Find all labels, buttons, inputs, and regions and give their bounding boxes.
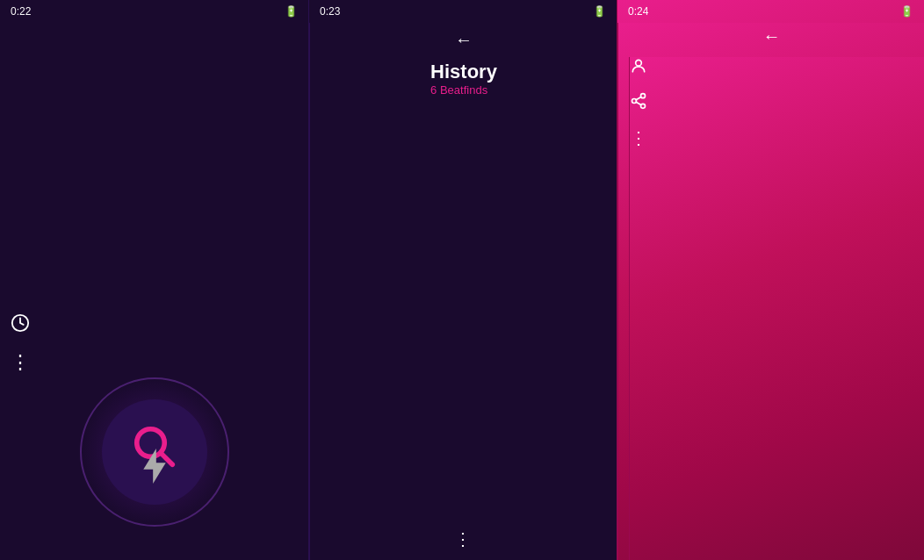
history-title: History [430,61,497,83]
svg-marker-3 [143,449,165,484]
status-bar-2: 0:23 🔋 [309,0,617,23]
now-playing-icons: ⋮ [629,57,924,560]
time-1: 0:22 [11,5,31,18]
battery-1: 🔋 [285,5,298,18]
history-icon[interactable] [11,313,298,337]
lightning-icon [142,449,167,490]
history-title-area: History 6 Beatfinds [430,61,497,518]
share-icon[interactable] [630,92,924,113]
status-bar-3: 0:24 🔋 [617,0,924,23]
battery-3: 🔋 [900,5,913,18]
person-icon[interactable] [630,57,924,78]
dots-menu-2[interactable]: ⋮ [454,528,473,549]
screen2: 0:23 🔋 ← History 6 Beatfinds ⋮ SOLODANCE… [308,0,617,560]
back-button-2[interactable]: ← [455,30,473,50]
time-3: 0:24 [628,5,648,18]
svg-line-14 [636,102,641,104]
battery-2: 🔋 [593,5,606,18]
screen3: 0:24 🔋 ← ⋮ Solo D [617,0,924,560]
dots-menu-1[interactable]: ⋮ [11,351,298,374]
dots-menu-3[interactable]: ⋮ [630,127,924,148]
now-playing-top-bar: ← ⋮ [617,23,924,560]
screen1: 0:22 🔋 ⋮ [0,0,308,560]
time-2: 0:23 [320,5,340,18]
svg-line-15 [636,97,641,99]
status-bar-1: 0:22 🔋 [0,0,308,23]
svg-point-10 [636,60,642,66]
back-button-3[interactable]: ← [763,26,781,47]
history-count: 6 Beatfinds [430,83,497,97]
history-header: ← History 6 Beatfinds ⋮ [309,23,617,560]
